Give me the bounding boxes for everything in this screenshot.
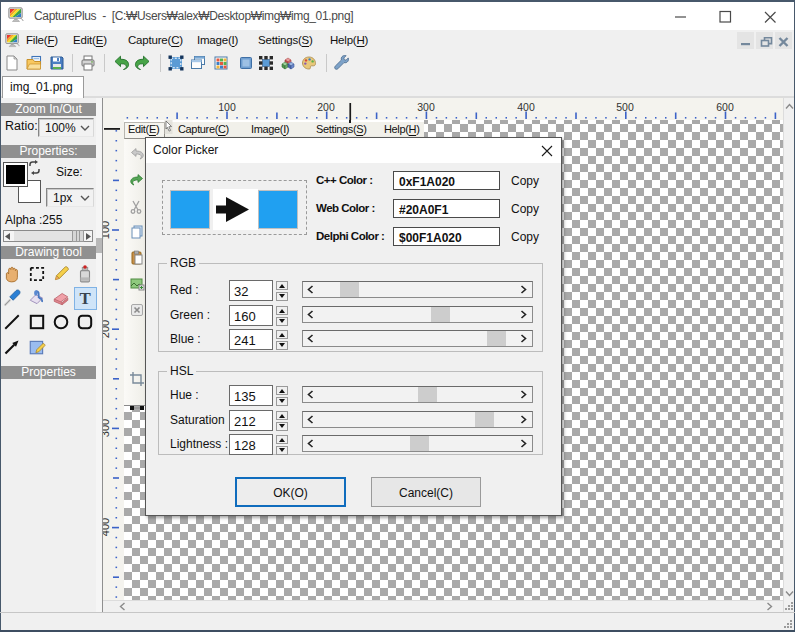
svg-text:100: 100 (103, 221, 111, 239)
svg-text:400: 400 (517, 101, 535, 113)
svg-text:600: 600 (716, 101, 734, 113)
svg-text:200: 200 (103, 320, 111, 338)
svg-text:T: T (79, 289, 90, 307)
svg-text:200: 200 (317, 101, 335, 113)
svg-text:100: 100 (218, 101, 236, 113)
svg-text:300: 300 (103, 419, 111, 437)
svg-text:400: 400 (103, 518, 111, 536)
svg-text:500: 500 (616, 101, 634, 113)
svg-text:300: 300 (417, 101, 435, 113)
